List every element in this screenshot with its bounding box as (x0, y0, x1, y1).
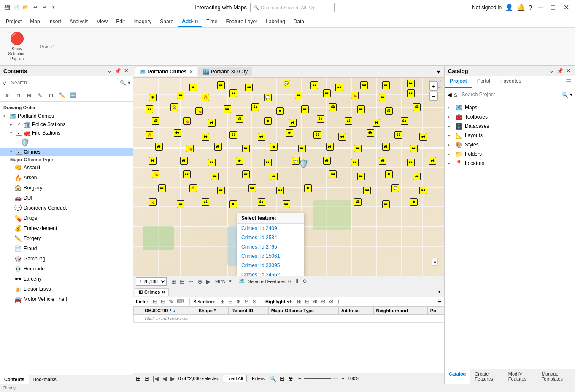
menu-labeling[interactable]: Labeling (262, 17, 289, 26)
command-search-box[interactable]: 🔍 Command Search (Alt+Q) (250, 3, 335, 12)
crime-marker-3[interactable]: 🕶 (245, 84, 253, 91)
cm-40[interactable]: 🕶 (373, 119, 380, 127)
cm-65[interactable]: 🕶 (208, 159, 216, 166)
cm-66[interactable]: ✸ (236, 157, 243, 165)
attr-tab-crimes[interactable]: ⊞ Crimes ✕ (135, 288, 169, 296)
cm-67[interactable]: 🕶 (264, 159, 272, 166)
hi-tool-3[interactable]: ⊕ (312, 298, 319, 305)
tree-item-fire-stations[interactable]: ▾ ✓ 🚒 Fire Stations (0, 129, 133, 137)
cm-56[interactable]: 🕶 (242, 145, 250, 152)
tree-item-arson[interactable]: 🔥 Arson (0, 173, 133, 183)
tree-item-dui[interactable]: 🚗 DUI (0, 193, 133, 203)
field-tool-1[interactable]: ⊞ (151, 298, 159, 305)
zoom-out-btn[interactable]: − (429, 92, 438, 101)
map-overview[interactable]: ≡ (432, 258, 438, 266)
tree-item-drugs[interactable]: 💊 Drugs (0, 213, 133, 223)
cm-95[interactable]: ✸ (229, 200, 237, 208)
crimes-checkbox[interactable]: ✓ (16, 149, 22, 155)
cm-97[interactable]: 🕶 (283, 200, 290, 208)
expand-fire[interactable]: ▾ (10, 131, 14, 135)
attr-tab-close-btn[interactable]: ✕ (162, 290, 165, 295)
cm-27[interactable]: 🕶 (301, 105, 309, 113)
cm-63[interactable]: 🕶 (149, 157, 157, 165)
open-icon[interactable]: 📂 (22, 4, 30, 11)
cm-41[interactable]: 🕶 (401, 117, 408, 125)
catalog-nav-back[interactable]: ◀ (447, 91, 452, 98)
menu-analysis[interactable]: Analysis (65, 17, 93, 26)
cm-78[interactable]: 🕶 (270, 173, 278, 180)
tree-item-forgery[interactable]: ✏️ Forgery (0, 233, 133, 243)
minimize-btn[interactable]: ─ (535, 4, 545, 11)
refresh-btn[interactable]: ⟳ (303, 278, 308, 284)
cm-29[interactable]: 🕶 (357, 105, 365, 113)
panel-close-btn[interactable]: ✕ (123, 68, 130, 74)
sel-tool-2[interactable]: ⊟ (227, 298, 234, 305)
tree-item-motor-vehicle-theft[interactable]: 🚘 Motor Vehicle Theft (0, 294, 133, 304)
cm-28[interactable]: 🕶 (329, 103, 337, 111)
close-btn[interactable]: ✕ (561, 3, 572, 11)
cm-47[interactable]: ✸ (286, 129, 293, 137)
redo-icon[interactable]: ↪ (40, 4, 48, 11)
cm-84[interactable]: 🔥 (189, 184, 197, 192)
catalog-item-styles[interactable]: ▸ 🎨 Styles (445, 140, 575, 149)
crime-marker-8[interactable]: 🕶 (382, 81, 390, 89)
map-tool-5[interactable]: ▶ (205, 278, 212, 285)
expand-locators[interactable]: ▸ (448, 161, 452, 165)
catalog-nav-up[interactable]: ⌂ (454, 91, 457, 98)
cm-62[interactable]: 🕶 (410, 145, 418, 152)
catalog-tab-favorites[interactable]: Favorites (495, 76, 526, 88)
panel-options-btn[interactable]: ⌄ (106, 68, 113, 74)
table-view-btn[interactable]: ⊞ (136, 375, 141, 382)
map-tool-1[interactable]: ⊞ (170, 278, 178, 285)
tree-item-police-stations[interactable]: ▸ ✓ 🏛️ Police Stations (0, 120, 133, 129)
scale-dropdown[interactable]: 1:28,108 (136, 277, 167, 286)
expand-toolboxes[interactable]: ▸ (448, 115, 452, 119)
catalog-item-layouts[interactable]: ▸ 📐 Layouts (445, 131, 575, 140)
cm-98[interactable]: 🕶 (354, 198, 362, 206)
grid-btn[interactable]: ⊞ (24, 91, 34, 100)
coords-dropdown[interactable]: ▾ (229, 278, 232, 284)
sel-tool-5[interactable]: ⊗ (251, 298, 258, 305)
load-all-btn[interactable]: Load All (223, 375, 247, 382)
crime-marker-4[interactable]: 💬 (283, 80, 290, 87)
col-neighborhood[interactable]: Neighborhood (373, 307, 427, 315)
crime-marker-5[interactable]: 🕶 (310, 81, 318, 89)
crime-marker-15[interactable]: 🕶 (295, 92, 302, 99)
hi-tool-5[interactable]: ⊗ (328, 298, 335, 305)
tree-item-gambling[interactable]: 🎲 Gambling (0, 254, 133, 264)
click-to-add-label[interactable]: Click to add new row. (142, 315, 444, 323)
cm-89[interactable]: 🕶 (363, 187, 371, 194)
menu-addin[interactable]: Add-In (178, 16, 202, 27)
select-popup-item-4[interactable]: Crimes: Id 15061 (237, 251, 304, 261)
annotate-btn[interactable]: 🔤 (68, 91, 78, 100)
cm-21[interactable]: 🕶 (146, 105, 153, 113)
tree-item-crimes[interactable]: ▾ ✓ Crimes (0, 148, 133, 156)
cm-76[interactable]: 🕶 (211, 173, 219, 180)
cm-88[interactable]: ✸ (304, 184, 312, 192)
cm-96[interactable]: 🕶 (258, 198, 265, 206)
cm-92[interactable]: 💊 (149, 198, 157, 206)
tree-item-disorderly-conduct[interactable]: 💬 Disorderly Conduct (0, 203, 133, 213)
tree-item-assault[interactable]: 👊 Assault (0, 162, 133, 173)
cm-90[interactable]: 💬 (391, 184, 399, 192)
save-icon[interactable]: 💾 (3, 4, 11, 11)
select-popup-item-6[interactable]: Crimes: Id 34562 (237, 270, 304, 276)
crime-marker-18[interactable]: 🕶 (379, 94, 386, 101)
expand-crimes[interactable]: ▾ (10, 150, 14, 154)
crime-marker-6[interactable]: 🕶 (335, 84, 343, 91)
crime-marker-1[interactable]: ✸ (189, 84, 197, 91)
cm-46[interactable]: 🕶 (258, 133, 265, 141)
cm-91[interactable]: 🕶 (419, 187, 427, 194)
cm-80[interactable]: 🕶 (357, 173, 365, 180)
catalog-tab-project[interactable]: Project (445, 76, 472, 88)
catalog-item-locators[interactable]: ▸ 📍 Locators (445, 159, 575, 168)
cm-86[interactable]: 🕶 (248, 184, 256, 192)
tree-item-portland-crimes[interactable]: ▾ 🗺️ Portland Crimes (0, 112, 133, 120)
crime-marker-2[interactable]: 🕶 (217, 81, 225, 89)
cm-53[interactable]: 🕶 (155, 143, 163, 151)
menu-data[interactable]: Data (289, 17, 308, 26)
expand-police[interactable]: ▸ (10, 122, 14, 127)
cm-55[interactable]: 🕶 (214, 143, 222, 151)
catalog-tab-portal[interactable]: Portal (472, 76, 495, 88)
field-tool-4[interactable]: ⌨ (175, 298, 186, 305)
